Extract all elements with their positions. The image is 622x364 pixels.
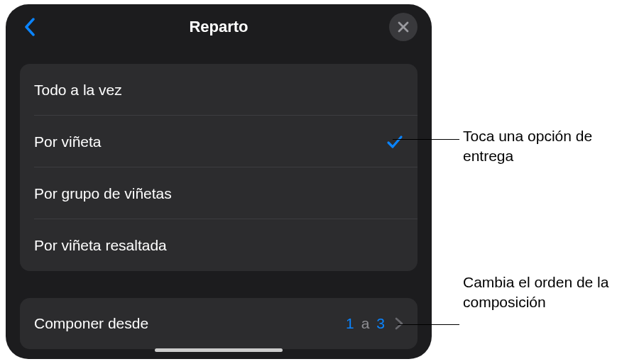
option-label: Por grupo de viñetas: [34, 185, 172, 202]
callout-line: [393, 139, 459, 140]
panel-header: Reparto: [6, 4, 432, 50]
compose-from-value: 1: [346, 315, 354, 332]
compose-label: Componer desde: [34, 315, 148, 332]
option-by-bullet-group[interactable]: Por grupo de viñetas: [20, 167, 418, 219]
callout-order: Cambia el orden de la composición: [463, 272, 622, 313]
option-by-highlighted-bullet[interactable]: Por viñeta resaltada: [20, 219, 418, 271]
chevron-right-icon: [395, 317, 403, 330]
checkmark-icon: [386, 133, 403, 150]
option-by-bullet[interactable]: Por viñeta: [20, 116, 418, 167]
compose-range: 1 a 3: [346, 315, 403, 332]
option-all-at-once[interactable]: Todo a la vez: [20, 64, 418, 116]
compose-separator: a: [361, 315, 370, 332]
delivery-options-group: Todo a la vez Por viñeta Por grupo de vi…: [20, 64, 418, 271]
panel-content: Todo a la vez Por viñeta Por grupo de vi…: [6, 50, 432, 349]
callout-line: [398, 324, 459, 325]
chevron-left-icon: [23, 18, 36, 36]
option-label: Todo a la vez: [34, 82, 122, 99]
back-button[interactable]: [20, 17, 40, 37]
compose-from-row[interactable]: Componer desde 1 a 3: [20, 298, 418, 349]
panel-title: Reparto: [189, 18, 248, 36]
callout-delivery: Toca una opción de entrega: [463, 126, 622, 167]
close-button[interactable]: [389, 13, 418, 41]
option-label: Por viñeta resaltada: [34, 237, 167, 254]
compose-group: Componer desde 1 a 3: [20, 298, 418, 349]
settings-panel: Reparto Todo a la vez Por viñeta Por gru…: [6, 4, 432, 359]
compose-to-value: 3: [376, 315, 385, 332]
home-indicator[interactable]: [155, 348, 283, 352]
close-icon: [397, 21, 410, 33]
option-label: Por viñeta: [34, 133, 102, 150]
